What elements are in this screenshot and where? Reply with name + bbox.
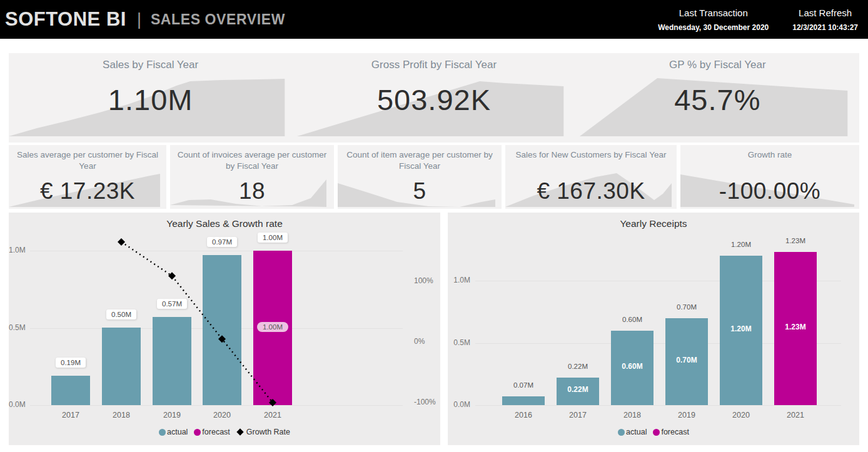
kpi-title: Count of invoices average per customer b…	[174, 149, 330, 172]
legend-item-actual[interactable]: actual	[159, 428, 188, 436]
legend-item-forecast[interactable]: forecast	[194, 428, 230, 436]
bar-inner-label: 0.22M	[567, 385, 588, 394]
last-transaction-value: Wednesday, 30 December 2020	[658, 23, 769, 32]
y-axis-tick: 1.0M	[9, 246, 25, 254]
header-bar: SOFTONE BI | SALES OVERVIEW Last Transac…	[0, 0, 868, 39]
bar-inner-label: 0.70M	[676, 356, 697, 364]
title-separator: |	[137, 10, 141, 29]
x-axis-tick: 2017	[62, 411, 79, 419]
secondary-axis-tick: 100%	[414, 276, 433, 285]
legend-item-forecast[interactable]: forecast	[653, 428, 689, 436]
legend-circle-marker	[653, 429, 660, 436]
y-axis-tick: 0.5M	[9, 323, 25, 332]
x-axis-tick: 2018	[113, 411, 130, 419]
y-axis-tick: 0.0M	[9, 400, 25, 409]
gridline	[30, 405, 403, 406]
bar-value-label: 0.97M	[207, 237, 237, 247]
x-axis-tick: 2019	[163, 411, 181, 419]
kpi-title: Gross Profit by Fiscal Year	[292, 59, 575, 71]
kpi-card-growth-rate[interactable]: Growth rate -100.00%	[680, 145, 859, 209]
legend-label: actual	[167, 428, 188, 436]
legend-label: Growth Rate	[246, 428, 290, 436]
kpi-value: 18	[170, 178, 334, 204]
kpi-card-items-avg[interactable]: Count of item average per customer by Fi…	[338, 145, 502, 209]
kpi-card-sales-avg-per-customer[interactable]: Sales average per customer by Fiscal Yea…	[9, 145, 166, 209]
legend-circle-marker	[194, 429, 201, 436]
kpi-value: -100.00%	[680, 178, 859, 204]
legend-label: forecast	[661, 428, 689, 436]
bar-2016-actual[interactable]	[502, 396, 545, 405]
kpi-value: 503.92K	[292, 83, 575, 117]
legend-item-actual[interactable]: actual	[618, 428, 647, 436]
x-axis-tick: 2021	[264, 411, 281, 419]
bar-inner-label: 1.00M	[257, 322, 288, 332]
y-axis-tick: 0.0M	[448, 400, 470, 409]
chart-legend: actualforecastGrowth Rate	[9, 428, 440, 436]
chart-yearly-receipts[interactable]: Yearly Receipts 0.07M20160.22M0.22M20170…	[448, 213, 859, 445]
bar-value-label: 0.07M	[513, 381, 533, 389]
kpi-value: 45.7%	[576, 83, 859, 117]
x-axis-tick: 2021	[787, 411, 804, 419]
bar-value-label: 0.60M	[622, 316, 642, 323]
header-status: Last Transaction Wednesday, 30 December …	[658, 8, 858, 32]
bar-value-label: 1.00M	[258, 233, 288, 243]
bar-value-label: 1.23M	[785, 237, 805, 244]
legend-label: actual	[626, 428, 647, 436]
bar-2019-actual[interactable]	[153, 317, 191, 405]
kpi-value: 1.10M	[9, 83, 292, 117]
last-transaction-label: Last Transaction	[658, 8, 769, 18]
kpi-row-primary: Sales by Fiscal Year 1.10M Gross Profit …	[9, 53, 859, 143]
x-axis-tick: 2019	[678, 411, 695, 419]
last-refresh-value: 12/3/2021 10:43:27	[792, 23, 858, 32]
bar-value-label: 0.22M	[568, 363, 588, 370]
legend-label: forecast	[202, 428, 230, 436]
kpi-card-invoices-avg[interactable]: Count of invoices average per customer b…	[170, 145, 334, 209]
x-axis-tick: 2020	[213, 411, 231, 419]
bar-2017-actual[interactable]	[51, 376, 90, 405]
bar-value-label: 0.50M	[106, 309, 136, 319]
dashboard-page: SOFTONE BI | SALES OVERVIEW Last Transac…	[0, 0, 868, 452]
kpi-value: 5	[338, 178, 502, 204]
kpi-title: Sales average per customer by Fiscal Yea…	[13, 149, 163, 172]
gridline	[30, 251, 403, 251]
legend-diamond-marker	[236, 428, 243, 435]
bar-value-label: 1.20M	[731, 241, 751, 248]
chart-legend: actualforecast	[448, 428, 859, 436]
kpi-title: Count of item average per customer by Fi…	[341, 149, 498, 172]
bar-value-label: 0.19M	[56, 358, 86, 368]
kpi-value: € 167.30K	[505, 178, 677, 204]
bar-2020-actual[interactable]	[203, 255, 241, 405]
secondary-axis-tick: -100%	[414, 398, 436, 406]
kpi-card-new-customers-sales[interactable]: Sales for New Customers by Fiscal Year €…	[505, 145, 677, 209]
bar-2018-actual[interactable]	[102, 328, 141, 405]
legend-item-growth-rate[interactable]: Growth Rate	[236, 428, 290, 436]
x-axis-tick: 2020	[732, 411, 750, 419]
kpi-card-sales[interactable]: Sales by Fiscal Year 1.10M	[9, 53, 292, 143]
plot-area: 0.19M20170.50M20180.57M20190.97M20201.00…	[30, 235, 403, 405]
x-axis-tick: 2017	[569, 411, 587, 419]
y-axis-tick: 0.5M	[448, 338, 470, 347]
bar-inner-label: 1.23M	[785, 323, 805, 331]
kpi-title: Growth rate	[684, 149, 855, 161]
page-title: SALES OVERVIEW	[151, 11, 285, 28]
x-axis-tick: 2018	[623, 411, 641, 419]
bar-value-label: 0.57M	[157, 299, 187, 309]
y-axis-tick: 1.0M	[448, 276, 470, 284]
kpi-card-gross-profit[interactable]: Gross Profit by Fiscal Year 503.92K	[292, 53, 575, 143]
plot-area: 0.07M20160.22M0.22M20170.60M0.60M20180.7…	[475, 235, 841, 405]
last-transaction-block: Last Transaction Wednesday, 30 December …	[658, 8, 769, 32]
bar-inner-label: 1.20M	[730, 324, 751, 333]
bar-value-label: 0.70M	[677, 303, 697, 311]
app-title: SOFTONE BI	[5, 8, 126, 31]
chart-title: Yearly Sales & Growth rate	[9, 218, 440, 229]
kpi-card-gp-percent[interactable]: GP % by Fiscal Year 45.7%	[576, 53, 859, 143]
bar-inner-label: 0.60M	[622, 362, 642, 371]
last-refresh-block: Last Refresh 12/3/2021 10:43:27	[792, 8, 858, 32]
kpi-title: Sales for New Customers by Fiscal Year	[509, 149, 673, 161]
chart-yearly-sales-growth[interactable]: Yearly Sales & Growth rate 0.19M20170.50…	[9, 213, 440, 445]
kpi-value: € 17.23K	[9, 178, 166, 204]
legend-circle-marker	[618, 429, 625, 436]
last-refresh-label: Last Refresh	[792, 8, 858, 18]
gridline	[475, 405, 841, 406]
growth-rate-marker	[118, 238, 125, 246]
